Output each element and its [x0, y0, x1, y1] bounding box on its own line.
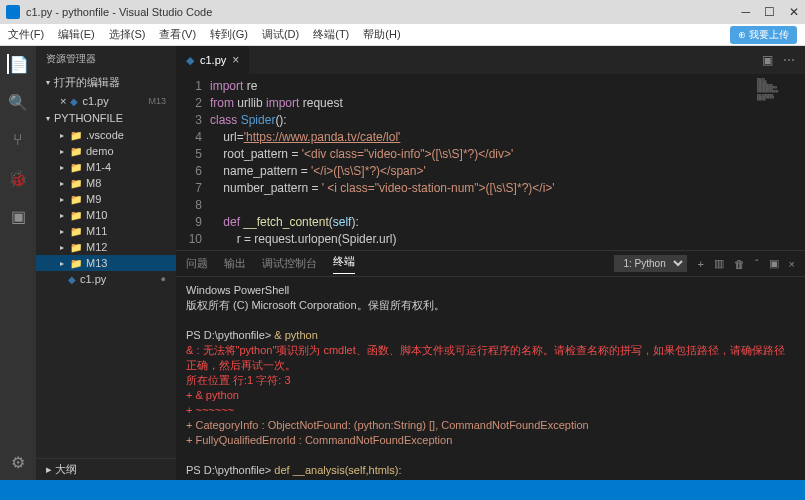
- debug-icon[interactable]: 🐞: [8, 168, 28, 188]
- open-file-label: c1.py: [82, 95, 108, 107]
- move-panel-icon[interactable]: ▣: [769, 257, 779, 270]
- open-editors-section[interactable]: 打开的编辑器: [36, 72, 176, 93]
- python-file-icon: ◆: [68, 274, 76, 285]
- close-button[interactable]: ✕: [789, 5, 799, 19]
- menubar: 文件(F) 编辑(E) 选择(S) 查看(V) 转到(G) 调试(D) 终端(T…: [0, 24, 805, 46]
- folder-icon: 📁: [70, 194, 82, 205]
- menu-view[interactable]: 查看(V): [159, 27, 196, 42]
- maximize-panel-icon[interactable]: ˆ: [755, 258, 759, 270]
- item-label: c1.py: [80, 273, 106, 285]
- settings-icon[interactable]: ⚙: [8, 452, 28, 472]
- panel-tab-terminal[interactable]: 终端: [333, 254, 355, 274]
- item-label: .vscode: [86, 129, 124, 141]
- menu-go[interactable]: 转到(G): [210, 27, 248, 42]
- window-title: c1.py - pythonfile - Visual Studio Code: [26, 6, 741, 18]
- folder-item[interactable]: 📁M12: [36, 239, 176, 255]
- folder-item[interactable]: 📁demo: [36, 143, 176, 159]
- outline-section[interactable]: ▸ 大纲: [36, 458, 176, 480]
- panel-tabs: 问题 输出 调试控制台 终端 1: Python + ▥ 🗑 ˆ ▣ ×: [176, 251, 805, 277]
- folder-icon: 📁: [70, 258, 82, 269]
- menu-edit[interactable]: 编辑(E): [58, 27, 95, 42]
- menu-help[interactable]: 帮助(H): [363, 27, 400, 42]
- menu-terminal[interactable]: 终端(T): [313, 27, 349, 42]
- panel-tab-problems[interactable]: 问题: [186, 256, 208, 271]
- folder-item[interactable]: 📁M13: [36, 255, 176, 271]
- kill-terminal-icon[interactable]: 🗑: [734, 258, 745, 270]
- upload-button[interactable]: ⊕ 我要上传: [730, 26, 797, 44]
- split-terminal-icon[interactable]: ▥: [714, 257, 724, 270]
- folder-item[interactable]: 📁M10: [36, 207, 176, 223]
- workspace-section[interactable]: PYTHONFILE: [36, 109, 176, 127]
- source-control-icon[interactable]: ⑂: [8, 130, 28, 150]
- extensions-icon[interactable]: ▣: [8, 206, 28, 226]
- statusbar: [0, 480, 805, 500]
- menu-file[interactable]: 文件(F): [8, 27, 44, 42]
- tab-c1py[interactable]: ◆ c1.py ×: [176, 46, 249, 74]
- sidebar: 资源管理器 打开的编辑器 × ◆ c1.py M13 PYTHONFILE 📁.…: [36, 46, 176, 480]
- open-editor-item[interactable]: × ◆ c1.py M13: [36, 93, 176, 109]
- item-label: M1-4: [86, 161, 111, 173]
- folder-item[interactable]: 📁.vscode: [36, 127, 176, 143]
- split-editor-icon[interactable]: ▣: [762, 53, 773, 67]
- python-file-icon: ◆: [186, 54, 194, 67]
- folder-icon: 📁: [70, 162, 82, 173]
- item-label: M12: [86, 241, 107, 253]
- minimap[interactable]: ███ ██████ █████████ ███████████ ███████…: [755, 74, 805, 250]
- item-label: M13: [86, 257, 107, 269]
- tab-close-icon[interactable]: ×: [232, 53, 239, 67]
- modified-indicator: ●: [161, 274, 166, 284]
- explorer-icon[interactable]: 📄: [7, 54, 27, 74]
- line-numbers: 1234567891011: [176, 74, 210, 250]
- folder-item[interactable]: 📁M1-4: [36, 159, 176, 175]
- item-label: M9: [86, 193, 101, 205]
- file-item[interactable]: ◆c1.py●: [36, 271, 176, 287]
- open-file-tag: M13: [148, 96, 166, 106]
- minimize-button[interactable]: ─: [741, 5, 750, 19]
- item-label: M10: [86, 209, 107, 221]
- item-label: M11: [86, 225, 107, 237]
- item-label: M8: [86, 177, 101, 189]
- maximize-button[interactable]: ☐: [764, 5, 775, 19]
- folder-item[interactable]: 📁M8: [36, 175, 176, 191]
- python-file-icon: ◆: [70, 96, 78, 107]
- folder-icon: 📁: [70, 242, 82, 253]
- editor[interactable]: 1234567891011 import refrom urllib impor…: [176, 74, 805, 250]
- folder-item[interactable]: 📁M11: [36, 223, 176, 239]
- folder-icon: 📁: [70, 130, 82, 141]
- code-lines[interactable]: import refrom urllib import requestclass…: [210, 74, 755, 250]
- menu-debug[interactable]: 调试(D): [262, 27, 299, 42]
- panel-tab-debugconsole[interactable]: 调试控制台: [262, 256, 317, 271]
- item-label: demo: [86, 145, 114, 157]
- panel: 问题 输出 调试控制台 终端 1: Python + ▥ 🗑 ˆ ▣ × Win…: [176, 250, 805, 480]
- more-actions-icon[interactable]: ⋯: [783, 53, 795, 67]
- terminal-output[interactable]: Windows PowerShell 版权所有 (C) Microsoft Co…: [176, 277, 805, 480]
- folder-icon: 📁: [70, 226, 82, 237]
- search-icon[interactable]: 🔍: [8, 92, 28, 112]
- tab-label: c1.py: [200, 54, 226, 66]
- activity-bar: 📄 🔍 ⑂ 🐞 ▣ ⚙: [0, 46, 36, 480]
- folder-icon: 📁: [70, 210, 82, 221]
- terminal-selector[interactable]: 1: Python: [614, 255, 687, 272]
- folder-icon: 📁: [70, 146, 82, 157]
- explorer-header: 资源管理器: [36, 46, 176, 72]
- folder-icon: 📁: [70, 178, 82, 189]
- titlebar: c1.py - pythonfile - Visual Studio Code …: [0, 0, 805, 24]
- vscode-logo-icon: [6, 5, 20, 19]
- editor-tabs: ◆ c1.py × ▣ ⋯: [176, 46, 805, 74]
- menu-selection[interactable]: 选择(S): [109, 27, 146, 42]
- panel-tab-output[interactable]: 输出: [224, 256, 246, 271]
- new-terminal-icon[interactable]: +: [697, 258, 703, 270]
- close-file-icon[interactable]: ×: [60, 95, 66, 107]
- close-panel-icon[interactable]: ×: [789, 258, 795, 270]
- folder-item[interactable]: 📁M9: [36, 191, 176, 207]
